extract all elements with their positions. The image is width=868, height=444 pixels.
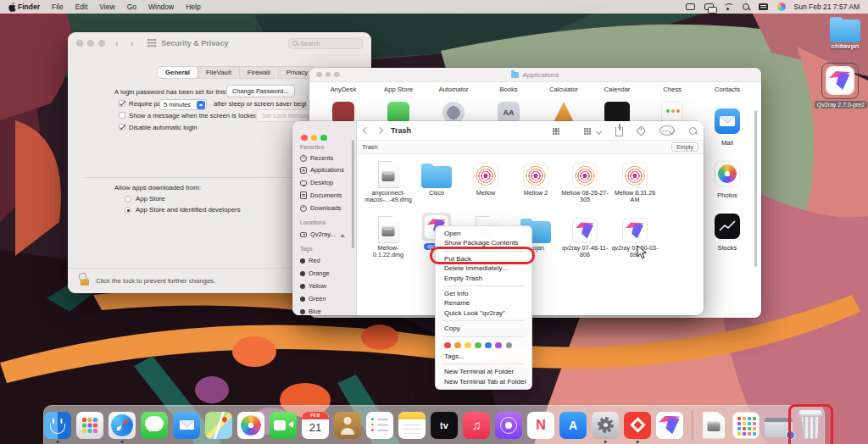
empty-trash-button[interactable]: Empty bbox=[671, 142, 698, 152]
dock-item-news[interactable]: N bbox=[527, 407, 555, 444]
dock-item-notes[interactable] bbox=[398, 407, 426, 444]
file-cisco-folder[interactable]: Cisco bbox=[412, 159, 461, 197]
app-label-appstore[interactable]: App Store bbox=[373, 86, 424, 93]
forward-chevron-icon[interactable] bbox=[376, 127, 383, 134]
menu-bar-clock[interactable]: Sun Feb 21 7:57 AM bbox=[794, 3, 860, 11]
app-label-anydesk[interactable]: AnyDesk bbox=[318, 86, 369, 93]
close-button[interactable] bbox=[316, 72, 322, 78]
eject-icon[interactable] bbox=[340, 231, 346, 237]
sidebar-tag-red[interactable]: Red bbox=[300, 257, 320, 264]
menu-item-quick-look[interactable]: Quick Look "qv2ray" bbox=[436, 308, 531, 318]
menu-item-rename[interactable]: Rename bbox=[436, 298, 531, 308]
file-mellow-3[interactable]: Mellow 08-26-27-305 bbox=[560, 159, 609, 203]
forward-chevron-icon[interactable]: › bbox=[131, 38, 134, 48]
change-password-button[interactable]: Change Password... bbox=[226, 85, 295, 97]
search-icon[interactable] bbox=[689, 127, 697, 135]
app-item-mail[interactable] bbox=[715, 108, 740, 134]
menu-item-tags[interactable]: Tags... bbox=[436, 352, 531, 361]
minimize-button[interactable] bbox=[326, 72, 331, 78]
disable-auto-login-checkbox[interactable] bbox=[119, 124, 125, 130]
app-label-calendar[interactable]: Calendar bbox=[592, 86, 643, 93]
app-label-books[interactable]: Books bbox=[483, 86, 534, 93]
finder-toolbar[interactable]: Trash bbox=[357, 121, 704, 140]
sidebar-item-qv2ray-disk[interactable]: Qv2ray... bbox=[300, 230, 346, 238]
applications-titlebar[interactable] bbox=[309, 68, 761, 82]
dock-item-anydesk[interactable] bbox=[624, 407, 652, 444]
dock-item-dmg-file[interactable] bbox=[700, 407, 728, 444]
sidebar-item-recents[interactable]: Recents bbox=[300, 154, 333, 162]
dock-item-reminders[interactable] bbox=[366, 407, 394, 444]
close-button[interactable] bbox=[76, 40, 83, 47]
input-source-icon[interactable] bbox=[759, 3, 768, 10]
dock-item-calendar[interactable]: FEB21 bbox=[302, 407, 330, 444]
dock-item-downloads-stack[interactable] bbox=[732, 407, 760, 444]
tag-green-icon[interactable] bbox=[475, 342, 481, 349]
apple-menu-icon[interactable] bbox=[8, 3, 16, 12]
search-field[interactable]: Search bbox=[288, 38, 363, 49]
tag-yellow-icon[interactable] bbox=[465, 342, 471, 349]
menu-go[interactable]: Go bbox=[127, 3, 136, 11]
back-chevron-icon[interactable] bbox=[363, 127, 370, 134]
radio-app-store[interactable] bbox=[125, 196, 131, 203]
sidebar-tag-green[interactable]: Green bbox=[300, 295, 326, 302]
menu-edit[interactable]: Edit bbox=[75, 3, 88, 11]
dock-item-launchpad[interactable] bbox=[76, 407, 104, 444]
sidebar-item-documents[interactable]: Documents bbox=[300, 191, 342, 199]
zoom-button[interactable] bbox=[320, 135, 327, 142]
dock-item-qv2ray[interactable] bbox=[656, 407, 684, 444]
dock-item-app-store[interactable]: A bbox=[559, 407, 587, 444]
minimize-button[interactable] bbox=[311, 135, 318, 142]
sidebar-scrollbar[interactable] bbox=[352, 140, 354, 248]
minimize-button[interactable] bbox=[87, 40, 94, 47]
file-qv2ray-3[interactable]: qv2ray 07-50-03-692 bbox=[610, 214, 659, 258]
require-password-interval-dropdown[interactable]: 5 minutes bbox=[159, 99, 207, 110]
screen-mirroring-icon[interactable] bbox=[704, 3, 714, 10]
file-mellow-4[interactable]: Mellow 8.31.26 AM bbox=[610, 159, 659, 203]
app-item-stocks[interactable] bbox=[715, 214, 740, 239]
siri-icon[interactable] bbox=[777, 3, 786, 11]
dock-item-facetime[interactable] bbox=[270, 407, 298, 444]
app-label-contacts[interactable]: Contacts bbox=[702, 86, 753, 93]
sidebar-tag-yellow[interactable]: Yellow bbox=[300, 282, 326, 290]
zoom-button[interactable] bbox=[98, 40, 105, 47]
group-view-icon[interactable] bbox=[584, 127, 601, 135]
scrollbar[interactable] bbox=[754, 110, 757, 267]
tag-red-icon[interactable] bbox=[444, 342, 451, 349]
menu-window[interactable]: Window bbox=[148, 3, 174, 11]
tag-gray-icon[interactable] bbox=[506, 342, 513, 349]
close-button[interactable] bbox=[301, 135, 308, 142]
menu-item-copy[interactable]: Copy bbox=[436, 324, 531, 333]
spotlight-search-icon[interactable] bbox=[743, 3, 749, 10]
show-all-icon[interactable] bbox=[147, 39, 156, 47]
menu-item-get-info[interactable]: Get Info bbox=[436, 289, 531, 298]
back-chevron-icon[interactable]: ‹ bbox=[115, 38, 119, 48]
tab-firewall[interactable]: Firewall bbox=[240, 67, 279, 78]
file-mellow-dmg[interactable]: Mellow-0.1.22.dmg bbox=[364, 214, 413, 258]
file-mellow[interactable]: Mellow bbox=[461, 159, 510, 197]
dock-item-music[interactable]: ♫ bbox=[463, 407, 491, 444]
menu-item-new-terminal-tab[interactable]: New Terminal Tab at Folder bbox=[436, 377, 531, 386]
radio-identified-developers[interactable] bbox=[125, 207, 131, 214]
app-label-automator[interactable]: Automator bbox=[428, 86, 479, 93]
tag-orange-icon[interactable] bbox=[454, 342, 461, 349]
file-qv2ray-2[interactable]: qv2ray 07-48-11-806 bbox=[560, 214, 609, 258]
show-message-checkbox[interactable] bbox=[119, 112, 125, 119]
app-label-calculator[interactable]: Calculator bbox=[538, 86, 589, 93]
menu-item-new-terminal[interactable]: New Terminal at Folder bbox=[436, 367, 531, 376]
app-item-photos[interactable] bbox=[715, 161, 740, 186]
app-label-chess[interactable]: Chess bbox=[647, 86, 698, 93]
menu-finder[interactable]: Finder bbox=[18, 3, 40, 11]
unlocked-padlock-icon[interactable] bbox=[81, 279, 89, 286]
display-status-icon[interactable] bbox=[686, 3, 695, 10]
desktop-icon-qv2ray[interactable] bbox=[826, 66, 854, 95]
desktop-icon-chitavpn[interactable]: chitavpn bbox=[828, 19, 862, 50]
wifi-icon[interactable] bbox=[723, 3, 733, 11]
sidebar-item-desktop[interactable]: Desktop bbox=[300, 179, 333, 186]
file-anyconnect-dmg[interactable]: anyconnect-macos-...-k9.dmg bbox=[364, 159, 413, 203]
tab-filevault[interactable]: FileVault bbox=[198, 67, 240, 78]
menu-item-delete-immediately[interactable]: Delete Immediately... bbox=[436, 264, 531, 273]
zoom-button[interactable] bbox=[334, 72, 340, 78]
dock-item-finder[interactable] bbox=[44, 407, 72, 444]
dock-item-messages[interactable] bbox=[141, 407, 169, 444]
tab-general[interactable]: General bbox=[158, 67, 198, 78]
